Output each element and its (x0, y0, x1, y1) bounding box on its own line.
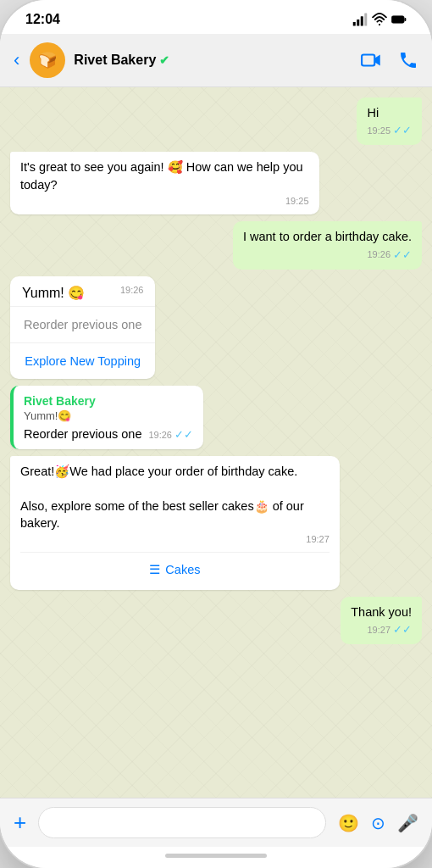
svg-rect-2 (361, 16, 363, 25)
quote-main-text: Reorder previous one (24, 427, 141, 441)
tick-icon: ✓✓ (393, 248, 412, 263)
message-bubble-sent: I want to order a birthday cake. 19:26 ✓… (233, 221, 422, 269)
back-button[interactable]: ‹ (14, 49, 19, 71)
phone-frame: 12:04 ‹ 🍞 (0, 0, 432, 868)
message-text: Thank you! (351, 605, 412, 619)
message-time: 19:27 ✓✓ (351, 622, 412, 637)
quote-sender: Rivet Bakery (24, 394, 193, 408)
message-text: Great!🥳We had place your order of birthd… (20, 463, 330, 531)
message-row-quote: Rivet Bakery Yumm!😋 Reorder previous one… (10, 386, 422, 449)
signal-icon (352, 12, 368, 27)
contact-name: Rivet Bakery ✔ (74, 53, 352, 68)
video-call-icon[interactable] (361, 49, 383, 71)
home-indicator (0, 847, 432, 868)
svg-rect-6 (404, 18, 406, 21)
options-time: 19:26 (120, 285, 144, 295)
phone-call-icon[interactable] (398, 50, 418, 70)
option-reorder[interactable]: Reorder previous one (10, 306, 155, 342)
svg-rect-7 (362, 55, 374, 66)
message-bubble-cakes: Great!🥳We had place your order of birthd… (10, 456, 340, 590)
message-row-options: Yumm! 😋 19:26 Reorder previous one Explo… (10, 276, 422, 379)
battery-icon (391, 12, 407, 27)
cakes-button[interactable]: ☰ Cakes (20, 552, 330, 587)
message-row: I want to order a birthday cake. 19:26 ✓… (10, 221, 422, 269)
message-text: Hi (367, 106, 379, 120)
avatar: 🍞 (30, 42, 65, 78)
svg-point-4 (379, 24, 380, 25)
message-row: Hi 19:25 ✓✓ (10, 97, 422, 145)
tick-icon: ✓✓ (393, 123, 412, 138)
input-icon-group: 🙂 ⊙ 🎤 (338, 813, 418, 833)
message-row: Thank you! 19:27 ✓✓ (10, 597, 422, 644)
message-time: 19:25 ✓✓ (367, 123, 412, 138)
option-explore[interactable]: Explore New Topping (10, 342, 155, 379)
cakes-label: Cakes (165, 561, 200, 578)
svg-rect-1 (357, 19, 359, 26)
svg-rect-0 (353, 22, 356, 26)
quote-time: 19:26 ✓✓ (148, 428, 193, 441)
status-bar: 12:04 (0, 0, 432, 34)
tick-icon: ✓✓ (393, 622, 412, 637)
camera-icon[interactable]: ⊙ (371, 813, 385, 833)
home-bar (165, 854, 267, 858)
sticker-icon[interactable]: 🙂 (338, 813, 359, 833)
message-time: 19:26 ✓✓ (243, 248, 412, 263)
message-text: I want to order a birthday cake. (243, 230, 412, 243)
message-bubble-sent: Thank you! 19:27 ✓✓ (341, 597, 422, 644)
options-header-text: Yumm! 😋 19:26 (10, 276, 155, 306)
mic-icon[interactable]: 🎤 (397, 813, 418, 833)
input-bar: + 🙂 ⊙ 🎤 (0, 798, 432, 847)
message-row: It's great to see you again! 🥰 How can w… (10, 152, 422, 214)
svg-rect-3 (364, 14, 367, 26)
status-icons (352, 12, 407, 27)
message-bubble-received: It's great to see you again! 🥰 How can w… (10, 152, 319, 214)
message-bubble-sent: Hi 19:25 ✓✓ (357, 97, 422, 145)
message-text: It's great to see you again! 🥰 How can w… (20, 160, 303, 191)
chat-messages: Hi 19:25 ✓✓ It's great to see you again!… (0, 87, 432, 798)
wifi-icon (372, 12, 387, 27)
verified-badge: ✔ (159, 53, 169, 67)
options-group: Yumm! 😋 19:26 Reorder previous one Explo… (10, 276, 155, 379)
plus-button[interactable]: + (14, 810, 26, 836)
quote-text: Yumm!😋 (24, 409, 193, 422)
header-info: Rivet Bakery ✔ (74, 53, 352, 68)
message-time: 19:27 (20, 533, 330, 546)
quote-bubble: Rivet Bakery Yumm!😋 Reorder previous one… (10, 386, 203, 449)
status-time: 12:04 (25, 12, 60, 27)
message-time: 19:25 (20, 195, 309, 208)
message-input[interactable] (38, 807, 326, 838)
message-row-cakes: Great!🥳We had place your order of birthd… (10, 456, 422, 590)
header-actions (361, 49, 418, 71)
list-icon: ☰ (149, 561, 160, 578)
svg-rect-5 (391, 16, 404, 23)
chat-header: ‹ 🍞 Rivet Bakery ✔ (0, 34, 432, 87)
